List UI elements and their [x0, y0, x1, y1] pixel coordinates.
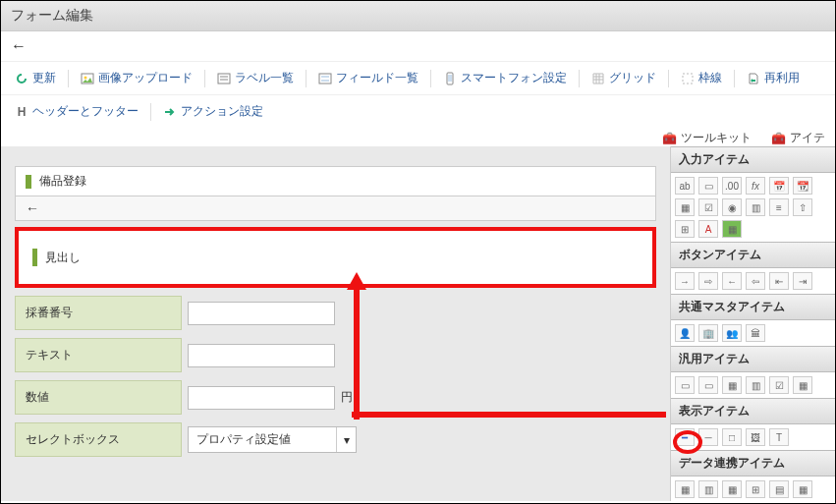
refresh-button[interactable]: 更新 [7, 66, 64, 90]
link1-icon[interactable]: ▦ [675, 480, 695, 498]
text-item-icon[interactable]: ab [675, 177, 695, 195]
next-button-icon[interactable]: → [675, 272, 695, 290]
first-button-icon[interactable]: ⇤ [769, 272, 789, 290]
list-item-icon[interactable]: ≡ [769, 198, 789, 216]
action-button[interactable]: アクション設定 [155, 99, 271, 124]
list-icon [217, 72, 231, 85]
table-item-icon[interactable]: ⊞ [675, 220, 695, 238]
org-item-icon[interactable]: 🏢 [698, 324, 718, 342]
svg-rect-2 [218, 74, 230, 84]
label-list-button[interactable]: ラベル一覧 [209, 66, 302, 90]
button-items-grid: → ⇨ ← ⇦ ⇤ ⇥ [671, 268, 835, 294]
line-display-icon[interactable]: ─ [698, 428, 718, 446]
header-footer-button[interactable]: H ヘッダーとフッター [7, 99, 146, 124]
dept-item-icon[interactable]: 🏛 [746, 324, 765, 342]
item-tab[interactable]: 🧰 アイテ [771, 130, 825, 146]
tree-item-icon[interactable]: ▦ [722, 220, 742, 238]
link3-icon[interactable]: ▦ [722, 480, 742, 498]
select-input[interactable]: プロパティ設定値 ▾ [188, 426, 357, 453]
generic6-icon[interactable]: ▦ [793, 376, 812, 394]
side-tabs: 🧰 ツールキット 🧰 アイテ [1, 128, 835, 146]
number-input[interactable] [188, 386, 335, 410]
group-item-icon[interactable]: 👥 [722, 324, 742, 342]
prev-button-icon[interactable]: ⇦ [746, 272, 765, 290]
panel-header-display: 表示アイテム [671, 398, 835, 424]
field-label: 数値 [15, 380, 182, 415]
field-list-button[interactable]: フィールド一覧 [310, 66, 426, 90]
select-value: プロパティ設定値 [189, 427, 336, 452]
field-label: セレクトボックス [15, 422, 182, 457]
back-row: ← [1, 31, 835, 61]
date-item-icon[interactable]: 📅 [769, 177, 789, 195]
toolkit-tab[interactable]: 🧰 ツールキット [662, 130, 752, 146]
textarea-item-icon[interactable]: ▭ [698, 177, 718, 195]
image-upload-label: 画像アップロード [98, 70, 193, 86]
frame-label: 枠線 [698, 70, 722, 86]
svg-rect-9 [448, 75, 452, 82]
user-item-icon[interactable]: 👤 [675, 324, 695, 342]
box-display-icon[interactable]: □ [722, 428, 742, 446]
image-upload-button[interactable]: 画像アップロード [73, 66, 200, 90]
number-item-icon[interactable]: .00 [722, 177, 742, 195]
form-back-arrow-icon[interactable]: ← [26, 200, 39, 216]
calendar-item-icon[interactable]: 📆 [793, 177, 812, 195]
smartphone-button[interactable]: スマートフォン設定 [435, 66, 575, 90]
panel-header-button: ボタンアイテム [671, 242, 835, 268]
back-button-icon[interactable]: ← [722, 272, 742, 290]
richtext-item-icon[interactable]: A [698, 220, 718, 238]
toolbar: 更新 画像アップロード ラベル一覧 フィールド一覧 スマートフォン設定 グリッド… [1, 61, 835, 94]
check-item-icon[interactable]: ☑ [698, 198, 718, 216]
back-arrow-icon[interactable]: ← [11, 37, 27, 54]
generic3-icon[interactable]: ▦ [722, 376, 742, 394]
frame-button[interactable]: 枠線 [673, 66, 730, 90]
text-display-icon[interactable]: T [769, 428, 789, 446]
image-display-icon[interactable]: 🖼 [746, 428, 765, 446]
field-label: 採番番号 [15, 296, 182, 330]
text-input[interactable] [188, 344, 335, 367]
input-items-grid: ab ▭ .00 fx 📅 📆 ▦ ☑ ◉ ▥ ≡ ⇧ ⊞ A ▦ [671, 173, 835, 242]
field-select[interactable]: セレクトボックス プロパティ設定値 ▾ [15, 422, 656, 457]
grid-button[interactable]: グリッド [584, 66, 664, 90]
form-canvas[interactable]: 備品登録 ← 見出し 採番番号 テキスト 数値 円 [1, 146, 670, 501]
function-item-icon[interactable]: fx [746, 177, 765, 195]
select-item-icon[interactable]: ▥ [746, 198, 765, 216]
svg-rect-6 [321, 76, 329, 78]
reuse-button[interactable]: 再利用 [739, 66, 808, 90]
toolkit-label: ツールキット [681, 130, 752, 146]
field-sequence[interactable]: 採番番号 [15, 296, 656, 330]
reuse-label: 再利用 [764, 70, 800, 86]
svg-rect-10 [683, 74, 693, 84]
radio-item-icon[interactable]: ◉ [722, 198, 742, 216]
grid-label: グリッド [609, 70, 656, 86]
last-button-icon[interactable]: ⇥ [793, 272, 812, 290]
link6-icon[interactable]: ▦ [793, 480, 812, 498]
link4-icon[interactable]: ⊞ [746, 480, 765, 498]
generic1-icon[interactable]: ▭ [675, 376, 695, 394]
chevron-down-icon[interactable]: ▾ [336, 427, 356, 452]
generic2-icon[interactable]: ▭ [698, 376, 718, 394]
field-icon [318, 72, 332, 85]
field-number[interactable]: 数値 円 [15, 380, 656, 415]
generic5-icon[interactable]: ☑ [769, 376, 789, 394]
grid-item-icon[interactable]: ▦ [675, 198, 695, 216]
phone-icon [443, 72, 457, 85]
upload-item-icon[interactable]: ⇧ [793, 198, 812, 216]
headline-display-icon[interactable]: ━ [675, 428, 695, 446]
field-text[interactable]: テキスト [15, 338, 656, 372]
link2-icon[interactable]: ▥ [698, 480, 718, 498]
number-suffix: 円 [341, 389, 353, 406]
headline-mark-icon [32, 249, 37, 266]
header-mark-icon [26, 175, 31, 189]
panel-header-master: 共通マスタアイテム [671, 294, 835, 320]
field-list-label: フィールド一覧 [336, 70, 418, 86]
submit-button-icon[interactable]: ⇨ [698, 272, 718, 290]
sequence-input[interactable] [188, 302, 335, 325]
toolbox-icon: 🧰 [771, 132, 786, 145]
generic4-icon[interactable]: ▥ [746, 376, 765, 394]
link-items-grid: ▦ ▥ ▦ ⊞ ▤ ▦ [671, 476, 835, 501]
link5-icon[interactable]: ▤ [769, 480, 789, 498]
headline-item[interactable]: 見出し [15, 227, 656, 288]
smartphone-label: スマートフォン設定 [461, 70, 567, 86]
display-items-grid: ━ ─ □ 🖼 T [671, 424, 835, 450]
panel-header-link: データ連携アイテム [671, 450, 835, 476]
